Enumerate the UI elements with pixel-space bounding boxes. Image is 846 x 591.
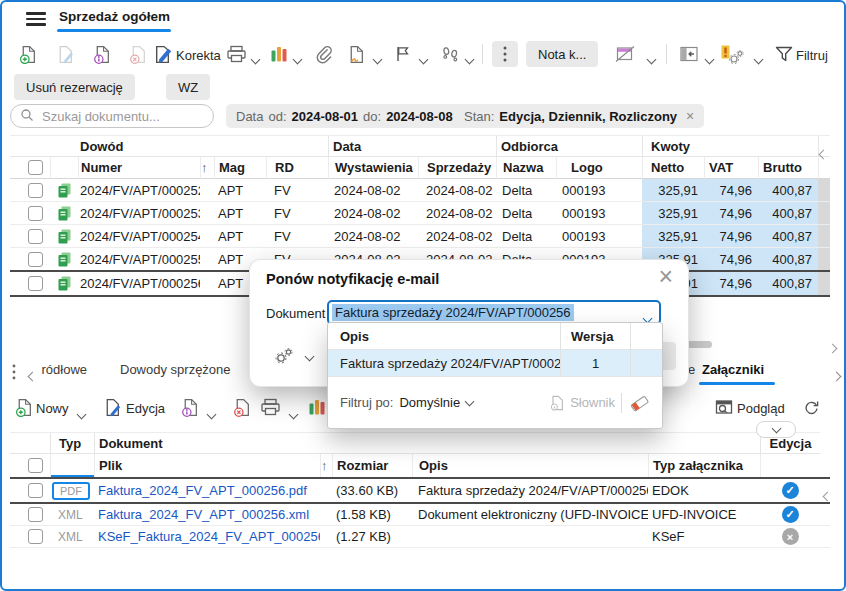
file-link[interactable]: Faktura_2024_FV_APT_000256.xml [94,504,320,525]
filter-icon[interactable] [774,45,794,66]
date-filter-pill[interactable]: Data od: 2024-08-01 do: 2024-08-08 [226,104,463,128]
delete-document-icon-disabled[interactable] [128,45,148,67]
sort-asc-icon[interactable]: ↑ [200,157,214,179]
tabs-scroll-right-chevron[interactable] [833,368,840,383]
edit-document-icon-disabled[interactable] [55,45,75,67]
flag-dropdown-chevron[interactable] [420,51,427,66]
row-checkbox[interactable] [28,229,43,244]
row-checkbox[interactable] [28,507,43,522]
row-checkbox[interactable] [28,483,43,498]
chart-icon[interactable] [270,45,288,66]
file-link[interactable]: Faktura_2024_FV_APT_000256.pdf [94,479,320,502]
collapse-attachments-side-chevron[interactable] [824,488,831,503]
slownik-button[interactable]: Słownik [549,395,615,411]
col-plik[interactable]: Plik [94,454,320,478]
row-checkbox[interactable] [28,529,43,544]
col-sprzedazy[interactable]: Sprzedaży [418,157,496,179]
info-dropdown-chevron[interactable] [208,406,215,421]
attachment-icon[interactable] [314,45,333,67]
tab-zrodlowe[interactable]: źródłowe [42,362,104,377]
collapse-attachments-chevron[interactable] [756,421,796,438]
state-filter-close-icon[interactable]: × [686,108,694,124]
col-rozmiar[interactable]: Rozmiar [332,454,412,478]
tabs-scroll-left-chevron[interactable] [29,368,36,383]
col-netto[interactable]: Netto [642,157,704,179]
row-checkbox[interactable] [28,276,43,291]
filter-by-chevron[interactable] [465,396,475,406]
chart-dropdown-chevron[interactable] [294,51,301,66]
print-attachment-icon[interactable] [260,398,281,419]
tab-zalaczniki[interactable]: Załączniki [702,362,764,377]
warning-dropdown-chevron[interactable] [755,51,762,66]
col-wystawienia[interactable]: Wystawienia [328,157,418,179]
col-brutto[interactable]: Brutto [758,157,818,179]
print-dropdown-chevron[interactable] [252,51,259,66]
collapse-panel-icon[interactable] [678,45,701,66]
dialog-settings-button[interactable] [272,346,313,366]
col-mag[interactable]: Mag [214,157,266,179]
file-link[interactable]: KSeF_Faktura_2024_FV_APT_000256.xml [94,526,320,547]
chart-attachment-icon[interactable] [308,398,326,419]
col-logo[interactable]: Logo [556,157,642,179]
footprints-icon[interactable] [440,45,461,67]
attachment-info-icon[interactable] [180,398,200,420]
scroll-right-chevron[interactable] [829,340,836,355]
tabs-menu-icon[interactable] [12,364,16,383]
edit-attachment-icon[interactable] [102,398,122,420]
attachment-row[interactable]: XML Faktura_2024_FV_APT_000256.xml (1.58… [10,504,830,526]
more-actions-button[interactable] [492,41,518,67]
warning-settings-icon[interactable] [720,45,745,68]
dialog-close-icon[interactable]: × [658,262,673,291]
preview-icon[interactable] [714,398,734,419]
panel-dropdown-chevron[interactable] [706,51,713,66]
col-typ-zalacznika[interactable]: Typ załącznika [648,454,760,478]
col-nazwa[interactable]: Nazwa [496,157,556,179]
select-all-checkbox[interactable] [28,160,43,175]
file-type-cell-focused[interactable]: PDF [52,482,90,500]
eraser-icon[interactable] [628,390,652,415]
filtruj-label[interactable]: Filtruj [796,48,828,63]
nowy-label[interactable]: Nowy [36,401,69,416]
attachments-select-all-checkbox[interactable] [28,458,43,473]
sign-dropdown-chevron[interactable] [374,51,381,66]
document-info-icon[interactable] [92,45,112,67]
sort-asc-icon[interactable]: ↑ [320,454,332,478]
state-filter-pill[interactable]: Stan: Edycja, Dziennik, Rozliczony × [454,104,704,128]
no-preview-pane-icon[interactable] [614,45,637,66]
attachment-row[interactable]: XML KSeF_Faktura_2024_FV_APT_000256.xml … [10,526,830,548]
row-checkbox[interactable] [28,183,43,198]
invoice-row[interactable]: 2024/FV/APT/000252 APT FV 2024-08-02 202… [10,179,830,202]
dropdown-item[interactable]: Faktura sprzedaży 2024/FV/APT/000256 1 [328,350,662,377]
edycja-label[interactable]: Edycja [126,401,165,416]
attachment-row-selected[interactable]: PDF Faktura_2024_FV_APT_000256.pdf (33.6… [10,477,830,504]
wz-button[interactable]: WZ [166,74,210,100]
invoice-row[interactable]: 2024/FV/APT/000253 APT FV 2024-08-02 202… [10,202,830,225]
nota-button[interactable]: Nota k... [526,41,598,67]
usun-rezerwacje-button[interactable]: Usuń rezerwację [14,74,135,100]
footprints-dropdown-chevron[interactable] [466,51,473,66]
print-icon[interactable] [226,45,247,66]
print-dropdown-chevron[interactable] [290,406,297,421]
new-attachment-icon[interactable] [14,398,34,420]
korekta-icon[interactable] [152,45,173,67]
col-typ[interactable] [50,454,94,478]
search-input[interactable] [40,108,204,125]
col-opis[interactable]: Opis [412,454,648,478]
podglad-label[interactable]: Podgląd [737,401,785,416]
row-checkbox[interactable] [28,206,43,221]
tab-dowody-sprzezone[interactable]: Dowody sprzężone [120,362,231,377]
sign-document-icon[interactable] [346,45,366,67]
flag-icon[interactable] [394,45,412,66]
new-document-icon[interactable] [18,45,38,67]
korekta-label[interactable]: Korekta [176,48,221,63]
search-box[interactable] [10,104,214,128]
hamburger-menu-icon[interactable] [26,12,46,26]
invoice-row[interactable]: 2024/FV/APT/000254 APT FV 2024-08-02 202… [10,225,830,248]
nowy-dropdown-chevron[interactable] [78,406,85,421]
col-numer[interactable]: Numer [78,157,200,179]
pane-dropdown-chevron[interactable] [648,51,655,66]
row-checkbox[interactable] [28,252,43,267]
collapse-side-panel-chevron[interactable] [820,146,827,161]
delete-attachment-icon[interactable] [232,398,252,420]
tab-sprzedaz-ogolem[interactable]: Sprzedaż ogółem [59,9,170,24]
